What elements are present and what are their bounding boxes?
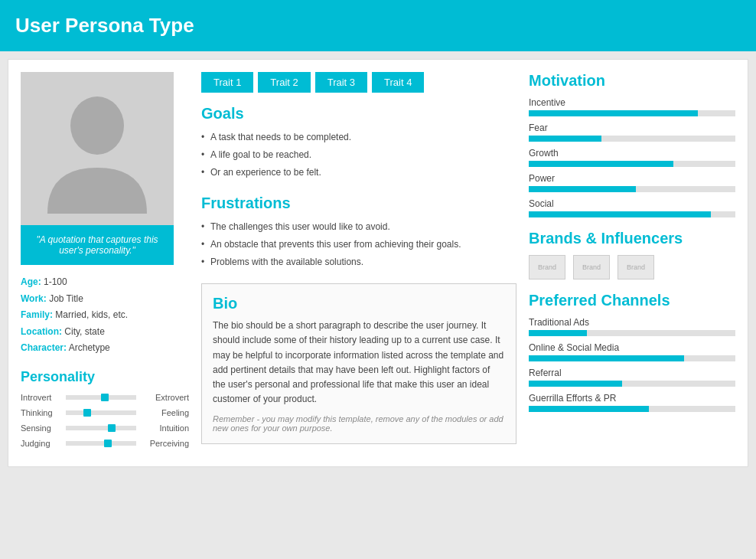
trait-left-label: Judging xyxy=(21,439,63,448)
trait-bar xyxy=(66,395,136,400)
trait-marker xyxy=(83,409,91,417)
motivation-item: Fear xyxy=(529,123,735,142)
channel-label: Online & Social Media xyxy=(529,342,735,353)
brand-icon: Brand xyxy=(573,255,610,280)
motivation-bar-bg xyxy=(529,186,735,192)
brand-label: Brand xyxy=(627,263,645,271)
info-location: Location: City, state xyxy=(21,324,189,341)
trait-button[interactable]: Trait 1 xyxy=(201,72,253,93)
channel-item: Online & Social Media xyxy=(529,342,735,361)
personality-title: Personality xyxy=(21,369,189,385)
motivation-bar-fill xyxy=(529,110,698,116)
traits-row: Trait 1Trait 2Trait 3Trait 4 xyxy=(201,72,516,93)
channel-item: Referral xyxy=(529,368,735,387)
trait-bar xyxy=(66,441,136,446)
family-label: Family: xyxy=(21,309,53,320)
info-character: Character: Archetype xyxy=(21,340,189,357)
motivation-bar-fill xyxy=(529,211,711,217)
character-label: Character: xyxy=(21,342,67,353)
trait-button[interactable]: Trait 4 xyxy=(372,72,424,93)
brands-title: Brands & Influencers xyxy=(529,230,735,247)
brand-icon: Brand xyxy=(529,255,565,280)
channel-item: Traditional Ads xyxy=(529,317,735,336)
frustration-item: Problems with the available solutions. xyxy=(201,253,516,271)
quote-box: "A quotation that captures this user's p… xyxy=(21,225,174,265)
character-value: Archetype xyxy=(69,342,110,353)
goal-item: Or an experience to be felt. xyxy=(201,164,516,181)
page-title: User Persona Type xyxy=(15,14,194,37)
app-wrapper: User Persona Type "A quotation that capt… xyxy=(0,0,756,559)
channel-label: Guerrilla Efforts & PR xyxy=(529,393,735,404)
info-work: Work: Job Title xyxy=(21,291,189,308)
channel-label: Referral xyxy=(529,368,735,378)
trait-button[interactable]: Trait 2 xyxy=(258,72,310,93)
motivation-label: Power xyxy=(529,173,735,184)
motivation-item: Growth xyxy=(529,148,735,167)
motivation-item: Incentive xyxy=(529,97,735,116)
brands-section: Brands & Influencers BrandBrandBrand xyxy=(529,230,735,280)
trait-marker xyxy=(108,424,116,432)
goals-section: Goals A task that needs to be completed.… xyxy=(201,105,516,182)
main-card: "A quotation that captures this user's p… xyxy=(8,59,748,467)
middle-column: Trait 1Trait 2Trait 3Trait 4 Goals A tas… xyxy=(201,72,516,454)
channel-label: Traditional Ads xyxy=(529,317,735,328)
trait-marker xyxy=(101,394,109,401)
motivation-section: Motivation Incentive Fear Growth Power S… xyxy=(529,72,735,217)
motivation-bar-fill xyxy=(529,161,673,167)
goal-item: A life goal to be reached. xyxy=(201,146,516,164)
motivation-bar-bg xyxy=(529,136,735,142)
quote-text: "A quotation that captures this user's p… xyxy=(36,234,158,256)
frustration-item: The challenges this user would like to a… xyxy=(201,218,516,236)
motivation-item: Power xyxy=(529,173,735,192)
trait-bar xyxy=(66,426,136,430)
motivation-bar-bg xyxy=(529,110,735,116)
bio-box: Bio The bio should be a short paragraph … xyxy=(201,283,516,444)
location-label: Location: xyxy=(21,326,62,337)
trait-left-label: Sensing xyxy=(21,423,63,433)
motivation-bar-fill xyxy=(529,136,601,142)
channel-bar-bg xyxy=(529,330,735,336)
trait-right-label: Perceiving xyxy=(139,439,189,448)
channel-bar-bg xyxy=(529,381,735,387)
channel-bar-bg xyxy=(529,406,735,412)
trait-row: Introvert Extrovert xyxy=(21,393,189,402)
motivation-label: Social xyxy=(529,198,735,209)
goals-list: A task that needs to be completed.A life… xyxy=(201,129,516,182)
trait-left-label: Thinking xyxy=(21,408,63,417)
family-value: Married, kids, etc. xyxy=(55,309,128,320)
channels-section: Preferred Channels Traditional Ads Onlin… xyxy=(529,292,735,412)
trait-right-label: Feeling xyxy=(139,408,189,417)
personality-section: Personality Introvert Extrovert Thinking… xyxy=(21,369,189,448)
work-value: Job Title xyxy=(49,293,83,304)
channel-bar-fill xyxy=(529,330,587,336)
channel-bar-bg xyxy=(529,355,735,361)
channel-bar-fill xyxy=(529,355,684,361)
left-column: "A quotation that captures this user's p… xyxy=(21,72,189,454)
bio-title: Bio xyxy=(213,295,505,312)
motivation-label: Fear xyxy=(529,123,735,133)
age-label: Age: xyxy=(21,276,41,287)
motivation-bar-bg xyxy=(529,161,735,167)
channel-bar-fill xyxy=(529,381,622,387)
motivation-bar-fill xyxy=(529,186,636,192)
trait-button[interactable]: Trait 3 xyxy=(315,72,367,93)
goals-title: Goals xyxy=(201,105,516,123)
personality-traits: Introvert Extrovert Thinking Feeling Sen… xyxy=(21,393,189,448)
trait-right-label: Intuition xyxy=(139,423,189,433)
brand-label: Brand xyxy=(538,263,556,271)
avatar-icon xyxy=(44,83,151,214)
trait-bar xyxy=(66,410,136,415)
motivation-bar-bg xyxy=(529,211,735,217)
age-value: 1-100 xyxy=(44,276,67,287)
right-column: Motivation Incentive Fear Growth Power S… xyxy=(529,72,735,454)
brand-icons-row: BrandBrandBrand xyxy=(529,255,735,280)
channels-title: Preferred Channels xyxy=(529,292,735,309)
location-value: City, state xyxy=(64,326,104,337)
bio-note: Remember - you may modify this template,… xyxy=(213,414,505,433)
channels-bars: Traditional Ads Online & Social Media Re… xyxy=(529,317,735,412)
trait-row: Sensing Intuition xyxy=(21,423,189,433)
frustrations-section: Frustrations The challenges this user wo… xyxy=(201,195,516,272)
trait-row: Judging Perceiving xyxy=(21,439,189,448)
trait-row: Thinking Feeling xyxy=(21,408,189,417)
header: User Persona Type xyxy=(0,0,756,51)
